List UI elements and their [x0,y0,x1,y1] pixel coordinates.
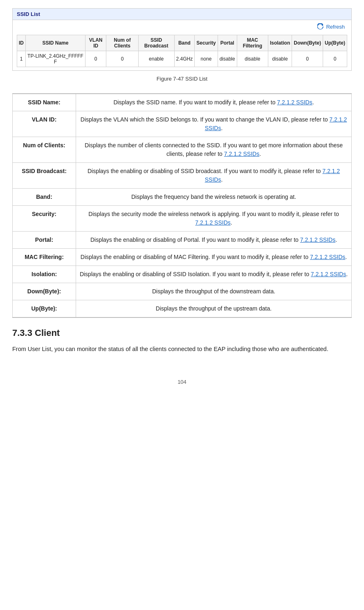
desc-row: Down(Byte):Displays the throughput of th… [13,283,352,300]
ssid-link[interactable]: 7.2.1.2 SSIDs [310,254,345,260]
desc-definition: Displays the throughput of the downstrea… [76,283,352,300]
desc-term: Down(Byte): [13,283,76,300]
figure-caption: Figure 7-47 SSID List [12,76,352,82]
desc-term: Security: [13,206,76,232]
desc-definition: Displays the enabling or disabling of SS… [76,163,352,189]
col-security: Security [195,35,218,51]
desc-term: Portal: [13,232,76,249]
col-mac-filtering: MAC Filtering [237,35,268,51]
desc-term: VLAN ID: [13,111,76,137]
desc-term: Num of Clients: [13,137,76,163]
ssid-link[interactable]: 7.2.1.2 SSIDs [311,271,346,277]
ssid-box-inner: Refresh ID SSID Name VLAN ID Num of Clie… [13,20,351,70]
ssid-link[interactable]: 7.2.1.2 SSIDs [300,236,335,243]
desc-definition: Displays the security mode the wireless … [76,206,352,232]
desc-row: Isolation:Displays the enabling or disab… [13,266,352,283]
refresh-label: Refresh [326,24,345,30]
desc-row: SSID Broadcast:Displays the enabling or … [13,163,352,189]
table-header-row: ID SSID Name VLAN ID Num of Clients SSID… [17,35,347,51]
col-portal: Portal [218,35,237,51]
desc-row: SSID Name:Displays the SSID name. If you… [13,94,352,111]
desc-row: VLAN ID:Displays the VLAN which the SSID… [13,111,352,137]
desc-term: Up(Byte): [13,300,76,318]
col-band: Band [174,35,195,51]
desc-term: SSID Name: [13,94,76,111]
desc-definition: Displays the enabling or disabling of SS… [76,266,352,283]
desc-row: Num of Clients:Displays the number of cl… [13,137,352,163]
page-number: 104 [12,379,352,385]
ssid-link[interactable]: 7.2.1.2 SSIDs [195,219,230,226]
col-isolation: Isolation [268,35,292,51]
refresh-icon [317,23,324,30]
desc-term: MAC Filtering: [13,249,76,266]
desc-definition: Displays the throughput of the upstream … [76,300,352,318]
col-num-clients: Num of Clients [106,35,138,51]
ssid-list-box: SSID List Refresh ID SSID Name VLAN ID N… [12,8,352,71]
desc-definition: Displays the SSID name. If you want to m… [76,94,352,111]
ssid-link[interactable]: 7.2.1.2 SSIDs [224,151,259,157]
col-id: ID [17,35,26,51]
desc-definition: Displays the number of clients connected… [76,137,352,163]
desc-row: Security:Displays the security mode the … [13,206,352,232]
col-vlan-id: VLAN ID [85,35,106,51]
desc-definition: Displays the VLAN which the SSID belongs… [76,111,352,137]
desc-row: Up(Byte):Displays the throughput of the … [13,300,352,318]
section-heading: 7.3.3 Client [12,328,352,338]
desc-row: Portal:Displays the enabling or disablin… [13,232,352,249]
ssid-table: ID SSID Name VLAN ID Num of Clients SSID… [17,35,347,67]
ssid-box-title: SSID List [13,9,351,20]
col-ssid-name: SSID Name [26,35,85,51]
desc-definition: Displays the frequency band the wireless… [76,189,352,206]
table-row: 1TP-LINK_2.4GHz_FFFFF F00enable2.4GHznon… [17,51,347,67]
ssid-link[interactable]: 7.2.1.2 SSIDs [277,99,312,106]
desc-definition: Displays the enabling or disabling of Po… [76,232,352,249]
desc-definition: Displays the enabling or disabling of MA… [76,249,352,266]
desc-row: Band:Displays the frequency band the wir… [13,189,352,206]
desc-row: MAC Filtering:Displays the enabling or d… [13,249,352,266]
refresh-button[interactable]: Refresh [315,23,347,31]
col-ssid-broadcast: SSID Broadcast [138,35,174,51]
description-table: SSID Name:Displays the SSID name. If you… [12,93,352,318]
desc-term: Isolation: [13,266,76,283]
desc-term: Band: [13,189,76,206]
col-up-byte: Up(Byte) [323,35,347,51]
section-intro: From User List, you can monitor the stat… [12,344,352,354]
desc-term: SSID Broadcast: [13,163,76,189]
col-down-byte: Down(Byte) [292,35,323,51]
